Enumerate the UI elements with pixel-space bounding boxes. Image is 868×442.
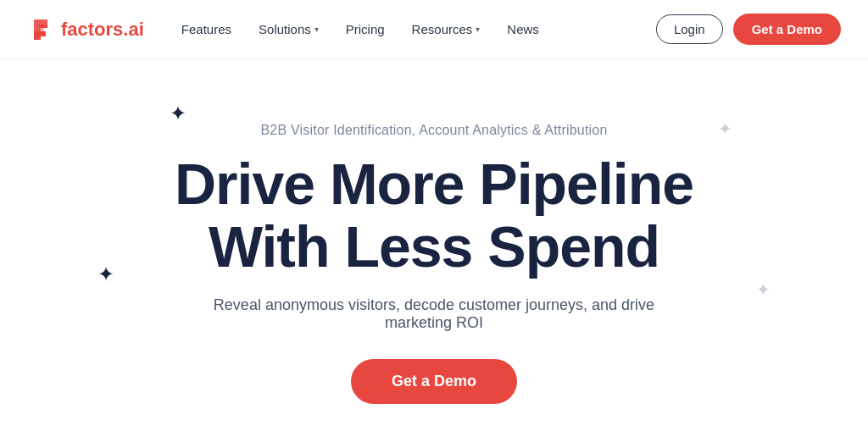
get-demo-button-hero[interactable]: Get a Demo bbox=[351, 359, 517, 404]
nav-links: Features Solutions ▾ Pricing Resources ▾… bbox=[171, 15, 656, 43]
nav-actions: Login Get a Demo bbox=[656, 14, 841, 45]
hero-section: ✦ ✦ ✦ ✦ B2B Visitor Identification, Acco… bbox=[0, 59, 868, 442]
logo-text: factors.ai bbox=[61, 19, 144, 41]
hero-subtitle: B2B Visitor Identification, Account Anal… bbox=[260, 123, 607, 138]
sparkle-icon-mid-right: ✦ bbox=[756, 279, 771, 300]
nav-item-features[interactable]: Features bbox=[171, 15, 242, 43]
get-demo-button-nav[interactable]: Get a Demo bbox=[733, 14, 841, 45]
nav-item-pricing[interactable]: Pricing bbox=[336, 15, 395, 43]
sparkle-icon-top-left: ✦ bbox=[170, 102, 186, 125]
hero-title: Drive More Pipeline With Less Spend bbox=[175, 153, 693, 278]
sparkle-icon-mid-left: ✦ bbox=[97, 262, 114, 286]
chevron-down-icon: ▾ bbox=[476, 25, 480, 34]
login-button[interactable]: Login bbox=[656, 14, 723, 44]
logo[interactable]: factors.ai bbox=[27, 16, 144, 43]
hero-description: Reveal anonymous visitors, decode custom… bbox=[180, 296, 688, 332]
logo-icon bbox=[27, 16, 54, 43]
sparkle-icon-top-right: ✦ bbox=[718, 119, 732, 139]
nav-item-news[interactable]: News bbox=[497, 15, 549, 43]
nav-item-solutions[interactable]: Solutions ▾ bbox=[248, 15, 329, 43]
nav-item-resources[interactable]: Resources ▾ bbox=[402, 15, 491, 43]
navbar: factors.ai Features Solutions ▾ Pricing … bbox=[0, 0, 868, 59]
chevron-down-icon: ▾ bbox=[314, 25, 319, 34]
